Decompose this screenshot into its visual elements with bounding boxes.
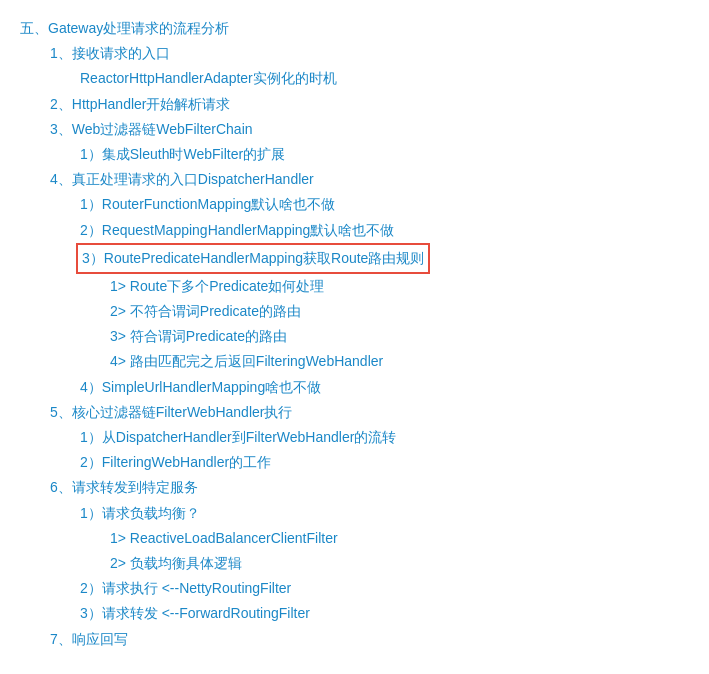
- outline-item-item-1-5[interactable]: 5、核心过滤器链FilterWebHandler执行: [50, 400, 689, 425]
- outline-item-item-1-7[interactable]: 7、响应回写: [50, 627, 689, 652]
- outline-link[interactable]: 4> 路由匹配完之后返回FilteringWebHandler: [110, 353, 383, 369]
- outline-item-item-1-1-1[interactable]: ReactorHttpHandlerAdapter实例化的时机: [80, 66, 689, 91]
- outline-link[interactable]: 2）RequestMappingHandlerMapping默认啥也不做: [80, 222, 394, 238]
- outline-item-item-1-5-2[interactable]: 2）FilteringWebHandler的工作: [80, 450, 689, 475]
- outline-link[interactable]: 1）集成Sleuth时WebFilter的扩展: [80, 146, 285, 162]
- outline-item-item-1-4-2[interactable]: 2）RequestMappingHandlerMapping默认啥也不做: [80, 218, 689, 243]
- outline-link[interactable]: 2> 不符合谓词Predicate的路由: [110, 303, 301, 319]
- outline-item-item-1-3-1[interactable]: 1）集成Sleuth时WebFilter的扩展: [80, 142, 689, 167]
- outline-link[interactable]: ReactorHttpHandlerAdapter实例化的时机: [80, 70, 337, 86]
- outline-item-item-1-5-1[interactable]: 1）从DispatcherHandler到FilterWebHandler的流转: [80, 425, 689, 450]
- outline-item-item-1-6-1-1[interactable]: 1> ReactiveLoadBalancerClientFilter: [110, 526, 689, 551]
- outline-container: 五、Gateway处理请求的流程分析1、接收请求的入口ReactorHttpHa…: [20, 16, 689, 674]
- outline-item-item-1-6-1-2[interactable]: 2> 负载均衡具体逻辑: [110, 551, 689, 576]
- outline-item-item-1-6-3[interactable]: 3）请求转发 <--ForwardRoutingFilter: [80, 601, 689, 626]
- outline-link[interactable]: 1）从DispatcherHandler到FilterWebHandler的流转: [80, 429, 396, 445]
- outline-link[interactable]: 五、Gateway处理请求的流程分析: [20, 20, 229, 36]
- outline-link[interactable]: 3、Web过滤器链WebFilterChain: [50, 121, 253, 137]
- outline-link[interactable]: 7、响应回写: [50, 631, 128, 647]
- outline-link[interactable]: 5、核心过滤器链FilterWebHandler执行: [50, 404, 292, 420]
- outline-link[interactable]: 1、接收请求的入口: [50, 45, 170, 61]
- outline-item-item-1-4-1[interactable]: 1）RouterFunctionMapping默认啥也不做: [80, 192, 689, 217]
- outline-list: 五、Gateway处理请求的流程分析1、接收请求的入口ReactorHttpHa…: [20, 16, 689, 652]
- outline-link[interactable]: 4）SimpleUrlHandlerMapping啥也不做: [80, 379, 321, 395]
- outline-link[interactable]: 6、请求转发到特定服务: [50, 479, 198, 495]
- highlighted-item: 3）RoutePredicateHandlerMapping获取Route路由规…: [76, 243, 430, 274]
- outline-item-item-1-4-3-4[interactable]: 4> 路由匹配完之后返回FilteringWebHandler: [110, 349, 689, 374]
- outline-link[interactable]: 1> Route下多个Predicate如何处理: [110, 278, 324, 294]
- outline-link[interactable]: 1）请求负载均衡？: [80, 505, 200, 521]
- outline-item-item-1-4-3-3[interactable]: 3> 符合谓词Predicate的路由: [110, 324, 689, 349]
- outline-link[interactable]: 2）请求执行 <--NettyRoutingFilter: [80, 580, 291, 596]
- outline-link[interactable]: 2> 负载均衡具体逻辑: [110, 555, 242, 571]
- outline-item-item-1-6-1[interactable]: 1）请求负载均衡？: [80, 501, 689, 526]
- outline-item-item-1-4-4[interactable]: 4）SimpleUrlHandlerMapping啥也不做: [80, 375, 689, 400]
- outline-link[interactable]: 2）FilteringWebHandler的工作: [80, 454, 271, 470]
- outline-link[interactable]: 3> 符合谓词Predicate的路由: [110, 328, 287, 344]
- outline-item-item-1-4-3[interactable]: 3）RoutePredicateHandlerMapping获取Route路由规…: [80, 243, 689, 274]
- outline-link[interactable]: 3）RoutePredicateHandlerMapping获取Route路由规…: [82, 250, 424, 266]
- outline-link[interactable]: 2、HttpHandler开始解析请求: [50, 96, 231, 112]
- outline-item-item-1-4-3-2[interactable]: 2> 不符合谓词Predicate的路由: [110, 299, 689, 324]
- outline-item-item-1-4[interactable]: 4、真正处理请求的入口DispatcherHandler: [50, 167, 689, 192]
- outline-link[interactable]: 1> ReactiveLoadBalancerClientFilter: [110, 530, 338, 546]
- outline-link[interactable]: 3）请求转发 <--ForwardRoutingFilter: [80, 605, 310, 621]
- outline-item-item-1-3[interactable]: 3、Web过滤器链WebFilterChain: [50, 117, 689, 142]
- outline-item-item-1-6[interactable]: 6、请求转发到特定服务: [50, 475, 689, 500]
- outline-item-item-1[interactable]: 五、Gateway处理请求的流程分析: [20, 16, 689, 41]
- outline-item-item-1-6-2[interactable]: 2）请求执行 <--NettyRoutingFilter: [80, 576, 689, 601]
- outline-link[interactable]: 1）RouterFunctionMapping默认啥也不做: [80, 196, 335, 212]
- outline-item-item-1-2[interactable]: 2、HttpHandler开始解析请求: [50, 92, 689, 117]
- outline-item-item-1-4-3-1[interactable]: 1> Route下多个Predicate如何处理: [110, 274, 689, 299]
- outline-item-item-1-1[interactable]: 1、接收请求的入口: [50, 41, 689, 66]
- outline-link[interactable]: 4、真正处理请求的入口DispatcherHandler: [50, 171, 314, 187]
